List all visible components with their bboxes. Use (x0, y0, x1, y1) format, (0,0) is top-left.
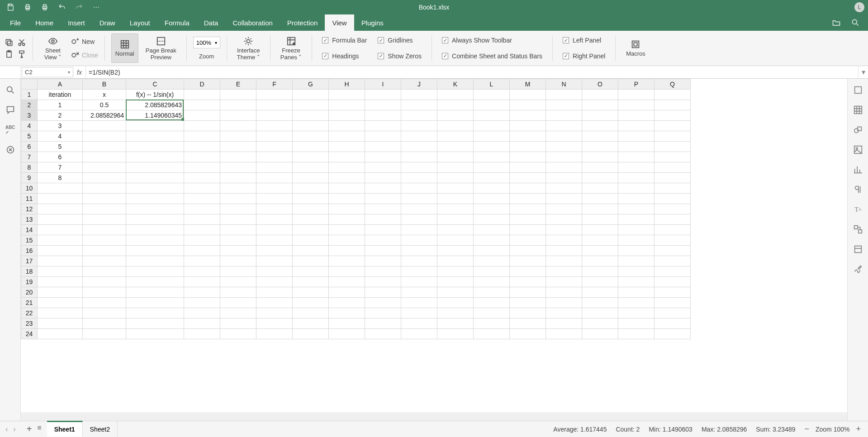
cell-L9[interactable] (474, 173, 510, 183)
cell-G6[interactable] (293, 142, 329, 152)
cell-H10[interactable] (329, 183, 365, 194)
row-header-19[interactable]: 19 (21, 277, 38, 287)
menu-tab-file[interactable]: File (3, 14, 28, 31)
cell-I6[interactable] (365, 142, 401, 152)
grid-container[interactable]: ABCDEFGHIJKLMNOPQ1iterationxf(x) -- 1/si… (21, 79, 847, 413)
col-header-G[interactable]: G (293, 79, 329, 90)
row-header-21[interactable]: 21 (21, 298, 38, 308)
cell-J19[interactable] (401, 277, 437, 287)
cell-I13[interactable] (365, 214, 401, 225)
menu-tab-insert[interactable]: Insert (61, 14, 92, 31)
cell-K20[interactable] (437, 287, 474, 298)
cell-K11[interactable] (437, 194, 474, 204)
row-header-18[interactable]: 18 (21, 266, 38, 277)
cell-N15[interactable] (546, 235, 582, 246)
cell-C9[interactable] (126, 173, 184, 183)
cell-D6[interactable] (184, 142, 220, 152)
row-header-20[interactable]: 20 (21, 287, 38, 298)
cell-G11[interactable] (293, 194, 329, 204)
cell-K6[interactable] (437, 142, 474, 152)
cell-L22[interactable] (474, 308, 510, 318)
cell-D13[interactable] (184, 214, 220, 225)
cell-C4[interactable] (126, 121, 184, 131)
cell-M1[interactable] (510, 90, 546, 100)
cell-D7[interactable] (184, 152, 220, 162)
cell-M22[interactable] (510, 308, 546, 318)
cell-M9[interactable] (510, 173, 546, 183)
cell-D1[interactable] (184, 90, 220, 100)
cell-O18[interactable] (582, 266, 618, 277)
cell-P1[interactable] (618, 90, 655, 100)
cell-K10[interactable] (437, 183, 474, 194)
cell-A10[interactable] (38, 183, 83, 194)
cell-A14[interactable] (38, 225, 83, 235)
col-header-L[interactable]: L (474, 79, 510, 90)
cell-H17[interactable] (329, 256, 365, 266)
row-header-8[interactable]: 8 (21, 162, 38, 173)
cell-M15[interactable] (510, 235, 546, 246)
cell-G10[interactable] (293, 183, 329, 194)
cell-F24[interactable] (256, 329, 293, 339)
cell-H15[interactable] (329, 235, 365, 246)
cell-O10[interactable] (582, 183, 618, 194)
spellcheck-icon[interactable]: ABC✓ (5, 125, 15, 135)
cell-H22[interactable] (329, 308, 365, 318)
cell-O8[interactable] (582, 162, 618, 173)
cell-J22[interactable] (401, 308, 437, 318)
cell-H7[interactable] (329, 152, 365, 162)
quick-print-icon[interactable] (41, 3, 49, 11)
cell-G18[interactable] (293, 266, 329, 277)
col-header-N[interactable]: N (546, 79, 582, 90)
cell-N6[interactable] (546, 142, 582, 152)
cell-N2[interactable] (546, 100, 582, 110)
row-header-10[interactable]: 10 (21, 183, 38, 194)
cell-I15[interactable] (365, 235, 401, 246)
cell-D11[interactable] (184, 194, 220, 204)
cell-B4[interactable] (83, 121, 126, 131)
cell-M3[interactable] (510, 110, 546, 121)
col-header-B[interactable]: B (83, 79, 126, 90)
cell-N1[interactable] (546, 90, 582, 100)
cell-P23[interactable] (618, 318, 655, 329)
cell-A15[interactable] (38, 235, 83, 246)
cell-N9[interactable] (546, 173, 582, 183)
cell-Q18[interactable] (655, 266, 691, 277)
cell-F18[interactable] (256, 266, 293, 277)
cell-F10[interactable] (256, 183, 293, 194)
cell-N24[interactable] (546, 329, 582, 339)
col-header-K[interactable]: K (437, 79, 474, 90)
cell-G21[interactable] (293, 298, 329, 308)
checkbox-gridlines[interactable]: ✓Gridlines (378, 37, 422, 44)
cell-O9[interactable] (582, 173, 618, 183)
col-header-E[interactable]: E (220, 79, 256, 90)
cell-G19[interactable] (293, 277, 329, 287)
cell-D4[interactable] (184, 121, 220, 131)
cell-C5[interactable] (126, 131, 184, 142)
cell-J17[interactable] (401, 256, 437, 266)
menu-tab-view[interactable]: View (325, 14, 354, 31)
cell-H21[interactable] (329, 298, 365, 308)
zoom-out-icon[interactable]: − (804, 424, 809, 434)
cell-O20[interactable] (582, 287, 618, 298)
cell-F8[interactable] (256, 162, 293, 173)
cell-K8[interactable] (437, 162, 474, 173)
cell-F11[interactable] (256, 194, 293, 204)
cell-L4[interactable] (474, 121, 510, 131)
cell-P19[interactable] (618, 277, 655, 287)
cell-L1[interactable] (474, 90, 510, 100)
cell-L12[interactable] (474, 204, 510, 214)
macros-button[interactable]: Macros (622, 33, 649, 63)
cell-K9[interactable] (437, 173, 474, 183)
horizontal-scrollbar[interactable] (21, 413, 847, 421)
cell-K21[interactable] (437, 298, 474, 308)
cell-N23[interactable] (546, 318, 582, 329)
cell-A6[interactable]: 5 (38, 142, 83, 152)
cell-G5[interactable] (293, 131, 329, 142)
cell-Q7[interactable] (655, 152, 691, 162)
slicer-settings-icon[interactable] (853, 244, 863, 254)
cell-Q19[interactable] (655, 277, 691, 287)
cell-H13[interactable] (329, 214, 365, 225)
select-all-corner[interactable] (21, 79, 38, 90)
row-header-7[interactable]: 7 (21, 152, 38, 162)
col-header-H[interactable]: H (329, 79, 365, 90)
